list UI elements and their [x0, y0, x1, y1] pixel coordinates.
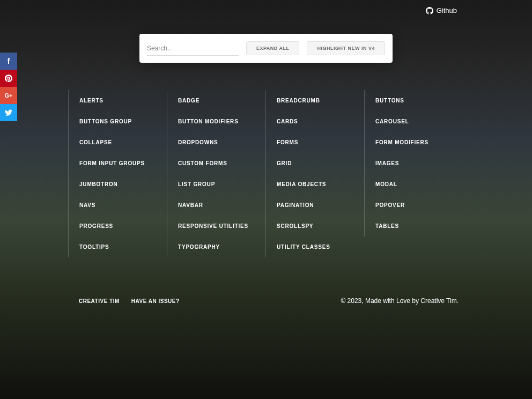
googleplus-share[interactable]: G+	[0, 87, 17, 104]
grid-item-buttons-group[interactable]: BUTTONS GROUP	[68, 111, 167, 132]
footer: CREATIVE TIM HAVE AN ISSUE? © 2023, Made…	[79, 297, 459, 305]
grid-item-images[interactable]: IMAGES	[364, 153, 463, 174]
grid-item-alerts[interactable]: ALERTS	[68, 90, 167, 111]
grid-item-button-modifiers[interactable]: BUTTON MODIFIERS	[167, 111, 265, 132]
grid-item-cards[interactable]: CARDS	[265, 111, 364, 132]
grid-item-custom-forms[interactable]: CUSTOM FORMS	[167, 153, 265, 174]
grid-item-form-modifiers[interactable]: FORM MODIFIERS	[364, 132, 463, 153]
googleplus-icon: G+	[5, 92, 13, 99]
grid-item-carousel[interactable]: CAROUSEL	[364, 111, 463, 132]
grid-item-navbar[interactable]: NAVBAR	[167, 195, 265, 216]
search-input[interactable]	[147, 41, 239, 56]
grid-item-popover[interactable]: POPOVER	[364, 195, 463, 216]
grid-item-breadcrumb[interactable]: BREADCRUMB	[265, 90, 364, 111]
creative-tim-link[interactable]: CREATIVE TIM	[79, 298, 120, 304]
pinterest-icon	[5, 75, 12, 82]
grid-item-forms[interactable]: FORMS	[265, 132, 364, 153]
expand-all-button[interactable]: EXPAND ALL	[246, 41, 300, 55]
grid-item-scrollspy[interactable]: SCROLLSPY	[265, 216, 364, 237]
github-label: Github	[437, 6, 457, 14]
grid-item-tables[interactable]: TABLES	[364, 216, 463, 237]
grid-item-jumbotron[interactable]: JUMBOTRON	[68, 174, 167, 195]
pinterest-share[interactable]	[0, 70, 17, 87]
grid-item-form-input-groups[interactable]: FORM INPUT GROUPS	[68, 153, 167, 174]
grid-item-utility-classes[interactable]: UTILITY CLASSES	[265, 237, 364, 257]
footer-links: CREATIVE TIM HAVE AN ISSUE?	[79, 298, 180, 304]
github-link[interactable]: Github	[426, 6, 457, 14]
grid-item-progress[interactable]: PROGRESS	[68, 216, 167, 237]
grid-item-tooltips[interactable]: TOOLTIPS	[68, 237, 167, 257]
have-issue-link[interactable]: HAVE AN ISSUE?	[131, 298, 180, 304]
grid-item-buttons[interactable]: BUTTONS	[364, 90, 463, 111]
grid-item-dropdowns[interactable]: DROPDOWNS	[167, 132, 265, 153]
github-icon	[426, 7, 433, 14]
grid-item-collapse[interactable]: COLLAPSE	[68, 132, 167, 153]
twitter-icon	[5, 109, 12, 116]
grid-item-pagination[interactable]: PAGINATION	[265, 195, 364, 216]
search-panel: EXPAND ALL HIGHLIGHT NEW IN V4	[139, 34, 393, 63]
grid-item-list-group[interactable]: LIST GROUP	[167, 174, 265, 195]
facebook-icon: f	[8, 57, 10, 65]
component-grid: ALERTS BADGE BREADCRUMB BUTTONS BUTTONS …	[68, 90, 463, 257]
grid-item-modal[interactable]: MODAL	[364, 174, 463, 195]
copyright-text: © 2023, Made with Love by Creative Tim.	[341, 297, 459, 305]
grid-item-navs[interactable]: NAVS	[68, 195, 167, 216]
facebook-share[interactable]: f	[0, 53, 17, 70]
highlight-new-button[interactable]: HIGHLIGHT NEW IN V4	[307, 41, 385, 55]
grid-item-responsive-utilities[interactable]: RESPONSIVE UTILITIES	[167, 216, 265, 237]
grid-item-grid[interactable]: GRID	[265, 153, 364, 174]
grid-item-typography[interactable]: TYPOGRAPHY	[167, 237, 265, 257]
twitter-share[interactable]	[0, 104, 17, 121]
social-share-bar: f G+	[0, 53, 17, 121]
grid-item-media-objects[interactable]: MEDIA OBJECTS	[265, 174, 364, 195]
grid-item-badge[interactable]: BADGE	[167, 90, 265, 111]
